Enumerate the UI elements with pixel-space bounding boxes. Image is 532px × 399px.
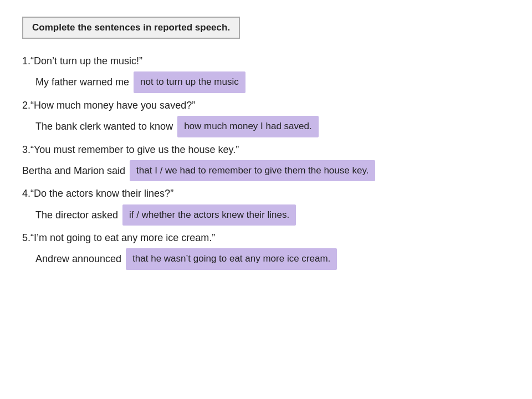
exercises-container: 1.“Don’t turn up the music!”My father wa… bbox=[22, 54, 510, 275]
quote-2: 2.“How much money have you saved?” bbox=[22, 99, 510, 112]
quote-4: 4.“Do the actors know their lines?” bbox=[22, 187, 510, 201]
answer-box-3: that I / we had to remember to give them… bbox=[130, 160, 375, 182]
prefix-5: Andrew announced bbox=[35, 250, 121, 268]
quote-5: 5.“I’m not going to eat any more ice cre… bbox=[22, 231, 510, 245]
prefix-2: The bank clerk wanted to know bbox=[35, 117, 173, 135]
answer-box-1: not to turn up the music bbox=[134, 71, 245, 93]
exercise-1: 1.“Don’t turn up the music!”My father wa… bbox=[22, 54, 510, 93]
answer-box-4: if / whether the actors knew their lines… bbox=[122, 204, 296, 226]
exercise-3: 3.“You must remember to give us the hous… bbox=[22, 143, 510, 182]
prefix-4: The director asked bbox=[35, 206, 118, 224]
instruction-box: Complete the sentences in reported speec… bbox=[22, 17, 240, 39]
reported-line-2: The bank clerk wanted to knowhow much mo… bbox=[35, 116, 510, 137]
answer-box-5: that he wasn’t going to eat any more ice… bbox=[126, 248, 337, 270]
exercise-2: 2.“How much money have you saved?”The ba… bbox=[22, 99, 510, 137]
answer-box-2: how much money I had saved. bbox=[177, 116, 319, 137]
quote-3: 3.“You must remember to give us the hous… bbox=[22, 143, 510, 157]
quote-1: 1.“Don’t turn up the music!” bbox=[22, 54, 510, 68]
prefix-3: Bertha and Marion said bbox=[22, 162, 125, 180]
exercise-5: 5.“I’m not going to eat any more ice cre… bbox=[22, 231, 510, 270]
page: Complete the sentences in reported speec… bbox=[0, 0, 532, 292]
prefix-1: My father warned me bbox=[35, 73, 129, 91]
reported-line-5: Andrew announcedthat he wasn’t going to … bbox=[35, 248, 510, 270]
reported-line-1: My father warned menot to turn up the mu… bbox=[35, 71, 510, 93]
exercise-4: 4.“Do the actors know their lines?”The d… bbox=[22, 187, 510, 226]
reported-line-3: Bertha and Marion saidthat I / we had to… bbox=[22, 160, 510, 182]
instruction-text: Complete the sentences in reported speec… bbox=[32, 22, 230, 33]
reported-line-4: The director askedif / whether the actor… bbox=[35, 204, 510, 226]
